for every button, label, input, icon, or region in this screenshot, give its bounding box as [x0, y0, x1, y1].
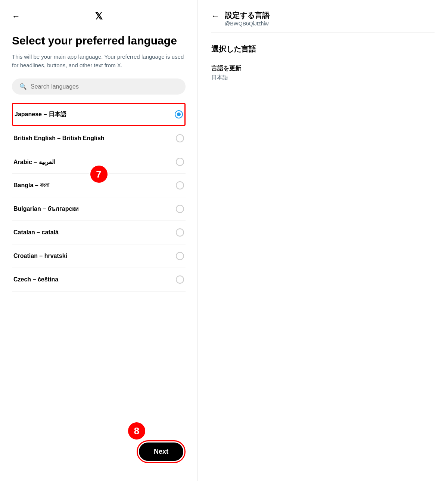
- language-label: Arabic – العربية: [13, 158, 55, 166]
- language-item-croatian[interactable]: Croatian – hrvatski: [12, 244, 186, 268]
- language-label: Japanese – 日本語: [15, 111, 66, 118]
- radio-unselected: [176, 275, 184, 284]
- radio-unselected: [176, 252, 184, 260]
- language-label: Czech – čeština: [13, 276, 58, 283]
- radio-unselected: [176, 228, 184, 237]
- page-title: Select your preferred language: [12, 34, 186, 47]
- right-section-title: 選択した言語: [211, 44, 435, 54]
- next-button[interactable]: Next: [139, 443, 183, 461]
- language-label: Catalan – català: [13, 229, 59, 236]
- radio-unselected: [176, 181, 184, 189]
- search-icon: 🔍: [19, 83, 27, 90]
- language-item-catalan[interactable]: Catalan – català: [12, 221, 186, 244]
- step-7-badge: 7: [89, 164, 109, 184]
- radio-selected: [175, 110, 183, 118]
- language-item-bulgarian[interactable]: Bulgarian – български: [12, 197, 186, 221]
- page-subtitle: This will be your main app language. You…: [12, 53, 186, 70]
- radio-dot: [177, 112, 181, 116]
- next-button-wrapper: Next: [137, 440, 186, 463]
- radio-unselected: [176, 158, 184, 166]
- language-item-british[interactable]: British English – British English: [12, 127, 186, 150]
- left-header: ← 𝕏: [12, 10, 186, 22]
- language-label: British English – British English: [13, 135, 105, 142]
- setting-label: 言語を更新: [211, 65, 435, 73]
- x-logo: 𝕏: [95, 10, 103, 22]
- language-item-czech[interactable]: Czech – čeština: [12, 268, 186, 292]
- step-8-badge: 8: [127, 421, 146, 441]
- language-setting-row: 言語を更新 日本語: [211, 65, 435, 81]
- setting-value: 日本語: [211, 74, 435, 81]
- language-label: Croatian – hrvatski: [13, 253, 67, 259]
- radio-unselected: [176, 134, 184, 142]
- right-panel-username: @BWQB6QiJtzhiw: [225, 21, 270, 27]
- language-label: Bulgarian – български: [13, 206, 79, 212]
- language-item-japanese[interactable]: Japanese – 日本語: [12, 103, 186, 126]
- search-bar: 🔍: [12, 78, 186, 95]
- back-arrow-right[interactable]: ←: [211, 11, 220, 21]
- language-label: Bangla – বাংলা: [13, 182, 49, 189]
- right-panel: ← 設定する言語 @BWQB6QiJtzhiw 選択した言語 言語を更新 日本語: [198, 0, 448, 481]
- language-list: Japanese – 日本語 British English – British…: [12, 102, 186, 469]
- search-input[interactable]: [31, 83, 178, 90]
- back-arrow-left[interactable]: ←: [12, 12, 20, 21]
- left-panel: ← 𝕏 Select your preferred language This …: [0, 0, 198, 481]
- right-header-text: 設定する言語 @BWQB6QiJtzhiw: [225, 10, 270, 27]
- radio-unselected: [176, 205, 184, 213]
- next-area: Next: [137, 440, 186, 463]
- right-panel-title: 設定する言語: [225, 10, 270, 21]
- right-header: ← 設定する言語 @BWQB6QiJtzhiw: [211, 10, 435, 33]
